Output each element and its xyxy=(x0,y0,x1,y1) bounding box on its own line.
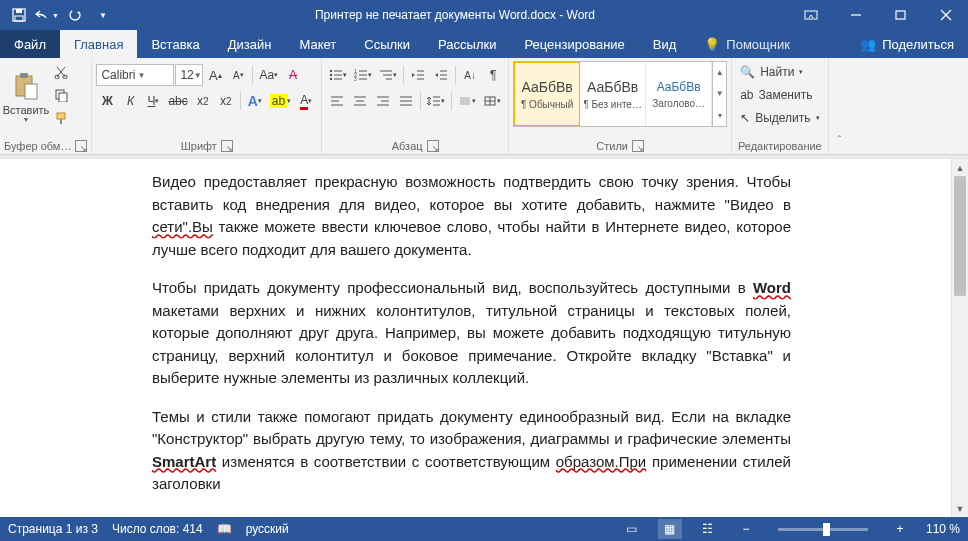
gallery-down-icon[interactable]: ▼ xyxy=(713,83,726,104)
change-case-icon[interactable]: Aa▾ xyxy=(256,64,281,86)
qat-customize-icon[interactable]: ▼ xyxy=(90,2,116,28)
style-heading1[interactable]: АаБбВвЗаголово… xyxy=(646,62,712,126)
share-button[interactable]: 👥Поделиться xyxy=(846,30,968,58)
line-spacing-icon[interactable]: ▾ xyxy=(424,90,448,112)
undo-icon[interactable]: ▼ xyxy=(34,2,60,28)
style-normal[interactable]: АаБбВв¶ Обычный xyxy=(514,62,580,126)
minimize-icon[interactable] xyxy=(833,0,878,30)
gallery-more-icon[interactable]: ▾ xyxy=(713,105,726,126)
vertical-scrollbar[interactable]: ▲ ▼ xyxy=(951,159,968,517)
scroll-down-icon[interactable]: ▼ xyxy=(952,500,968,517)
styles-dialog-launcher[interactable] xyxy=(632,140,644,152)
font-name-combo[interactable]: Calibri▼ xyxy=(96,64,174,86)
editing-label: Редактирование xyxy=(738,140,822,152)
read-mode-icon[interactable]: ▭ xyxy=(620,519,644,539)
scroll-up-icon[interactable]: ▲ xyxy=(952,159,968,176)
paragraph-dialog-launcher[interactable] xyxy=(427,140,439,152)
clipboard-dialog-launcher[interactable] xyxy=(75,140,87,152)
print-layout-icon[interactable]: ▦ xyxy=(658,519,682,539)
ribbon-options-icon[interactable] xyxy=(788,0,833,30)
zoom-slider[interactable] xyxy=(778,528,868,531)
document-page[interactable]: Видео предоставляет прекрасную возможнос… xyxy=(0,159,951,517)
find-button[interactable]: 🔍Найти▾ xyxy=(736,61,807,83)
collapse-ribbon-icon[interactable]: ˆ xyxy=(829,129,851,151)
svg-point-24 xyxy=(330,78,332,80)
share-icon: 👥 xyxy=(860,37,876,52)
body-text: изменятся в соответствии с соответствующ… xyxy=(216,453,556,470)
show-marks-icon[interactable]: ¶ xyxy=(482,64,504,86)
svg-text:3: 3 xyxy=(354,76,357,81)
body-text: Видео предоставляет прекрасную возможнос… xyxy=(152,173,791,213)
bold-button[interactable]: Ж xyxy=(96,90,118,112)
font-color-icon[interactable]: A▾ xyxy=(295,90,317,112)
zoom-in-icon[interactable]: + xyxy=(888,519,912,539)
paste-icon xyxy=(12,72,40,100)
group-clipboard: Вставить ▼ Буфер обм… xyxy=(0,58,92,154)
word-count[interactable]: Число слов: 414 xyxy=(112,522,203,536)
increase-indent-icon[interactable] xyxy=(430,64,452,86)
styles-gallery: АаБбВв¶ Обычный АаБбВв¶ Без инте… АаБбВв… xyxy=(513,61,727,127)
tab-home[interactable]: Главная xyxy=(60,30,137,58)
style-no-spacing[interactable]: АаБбВв¶ Без инте… xyxy=(580,62,646,126)
zoom-level[interactable]: 110 % xyxy=(926,522,960,536)
tab-file[interactable]: Файл xyxy=(0,30,60,58)
spellcheck-icon[interactable]: 📖 xyxy=(217,522,232,536)
align-left-icon[interactable] xyxy=(326,90,348,112)
align-center-icon[interactable] xyxy=(349,90,371,112)
text-effects-icon[interactable]: A▾ xyxy=(244,90,266,112)
cut-icon[interactable] xyxy=(50,61,72,83)
numbering-icon[interactable]: 123▾ xyxy=(351,64,375,86)
zoom-out-icon[interactable]: − xyxy=(734,519,758,539)
tab-mailings[interactable]: Рассылки xyxy=(424,30,510,58)
underline-button[interactable]: Ч▾ xyxy=(142,90,164,112)
group-paragraph: ▾ 123▾ ▾ A↓ ¶ ▾ ▾ ▾ Абза xyxy=(322,58,509,154)
select-label: Выделить xyxy=(755,111,810,125)
web-layout-icon[interactable]: ☷ xyxy=(696,519,720,539)
redo-icon[interactable] xyxy=(62,2,88,28)
font-size-combo[interactable]: 12▼ xyxy=(175,64,203,86)
shading-icon[interactable]: ▾ xyxy=(455,90,479,112)
select-icon: ↖ xyxy=(740,111,750,125)
tab-tell-me[interactable]: 💡Помощник xyxy=(690,30,804,58)
gallery-up-icon[interactable]: ▲ xyxy=(713,62,726,83)
maximize-icon[interactable] xyxy=(878,0,923,30)
group-font: Calibri▼ 12▼ A▴ A▾ Aa▾ A Ж К Ч▾ abc x2 x… xyxy=(92,58,322,154)
replace-button[interactable]: abЗаменить xyxy=(736,84,816,106)
shrink-font-icon[interactable]: A▾ xyxy=(227,64,249,86)
tab-view[interactable]: Вид xyxy=(639,30,691,58)
format-painter-icon[interactable] xyxy=(50,107,72,129)
multilevel-list-icon[interactable]: ▾ xyxy=(376,64,400,86)
copy-icon[interactable] xyxy=(50,84,72,106)
tab-insert[interactable]: Вставка xyxy=(137,30,213,58)
italic-button[interactable]: К xyxy=(119,90,141,112)
clear-formatting-icon[interactable]: A xyxy=(282,64,304,86)
tab-design[interactable]: Дизайн xyxy=(214,30,286,58)
close-icon[interactable] xyxy=(923,0,968,30)
save-icon[interactable] xyxy=(6,2,32,28)
font-dialog-launcher[interactable] xyxy=(221,140,233,152)
sort-icon[interactable]: A↓ xyxy=(459,64,481,86)
svg-point-15 xyxy=(63,75,67,79)
subscript-button[interactable]: x2 xyxy=(192,90,214,112)
scroll-thumb[interactable] xyxy=(954,176,966,296)
grow-font-icon[interactable]: A▴ xyxy=(204,64,226,86)
svg-rect-19 xyxy=(60,119,62,124)
select-button[interactable]: ↖Выделить▾ xyxy=(736,107,823,129)
bullets-icon[interactable]: ▾ xyxy=(326,64,350,86)
tab-review[interactable]: Рецензирование xyxy=(510,30,638,58)
align-right-icon[interactable] xyxy=(372,90,394,112)
strikethrough-button[interactable]: abc xyxy=(165,90,190,112)
svg-rect-57 xyxy=(485,97,495,105)
highlight-icon[interactable]: ab▾ xyxy=(267,90,294,112)
tab-layout[interactable]: Макет xyxy=(285,30,350,58)
page-indicator[interactable]: Страница 1 из 3 xyxy=(8,522,98,536)
lightbulb-icon: 💡 xyxy=(704,37,720,52)
decrease-indent-icon[interactable] xyxy=(407,64,429,86)
justify-icon[interactable] xyxy=(395,90,417,112)
paste-button[interactable]: Вставить ▼ xyxy=(4,61,48,133)
svg-line-13 xyxy=(57,67,65,77)
tab-references[interactable]: Ссылки xyxy=(350,30,424,58)
borders-icon[interactable]: ▾ xyxy=(480,90,504,112)
superscript-button[interactable]: x2 xyxy=(215,90,237,112)
language-indicator[interactable]: русский xyxy=(246,522,289,536)
